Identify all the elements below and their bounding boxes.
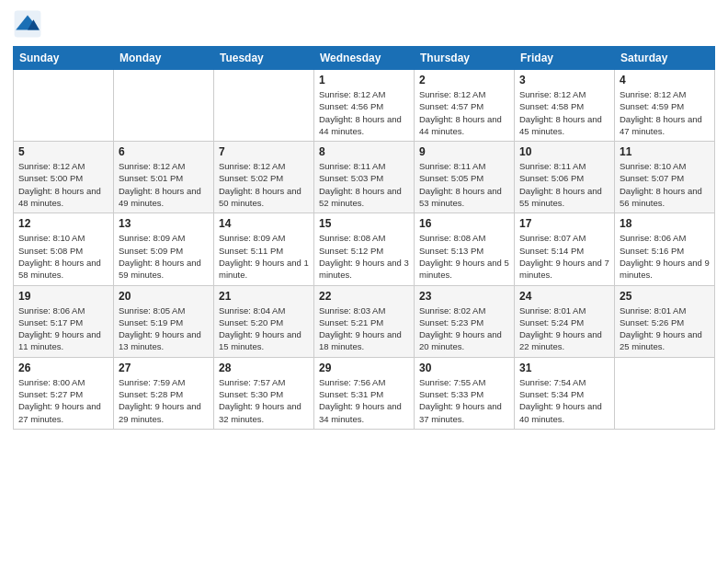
page-container: SundayMondayTuesdayWednesdayThursdayFrid… bbox=[0, 0, 728, 439]
day-number: 1 bbox=[319, 74, 409, 86]
day-info: Sunrise: 7:55 AM Sunset: 5:33 PM Dayligh… bbox=[419, 376, 509, 425]
day-info: Sunrise: 8:12 AM Sunset: 4:56 PM Dayligh… bbox=[319, 88, 409, 137]
header bbox=[13, 9, 715, 39]
day-cell: 29Sunrise: 7:56 AM Sunset: 5:31 PM Dayli… bbox=[314, 357, 415, 429]
day-number: 28 bbox=[219, 362, 309, 374]
day-info: Sunrise: 8:05 AM Sunset: 5:19 PM Dayligh… bbox=[119, 304, 209, 353]
day-info: Sunrise: 8:12 AM Sunset: 5:02 PM Dayligh… bbox=[219, 160, 309, 209]
day-number: 12 bbox=[18, 217, 108, 230]
day-cell: 2Sunrise: 8:12 AM Sunset: 4:57 PM Daylig… bbox=[415, 70, 515, 142]
day-cell: 9Sunrise: 8:11 AM Sunset: 5:05 PM Daylig… bbox=[415, 142, 515, 213]
day-info: Sunrise: 8:11 AM Sunset: 5:06 PM Dayligh… bbox=[519, 160, 609, 209]
day-cell: 16Sunrise: 8:08 AM Sunset: 5:13 PM Dayli… bbox=[415, 213, 515, 285]
weekday-header-friday: Friday bbox=[515, 47, 615, 70]
day-info: Sunrise: 8:02 AM Sunset: 5:23 PM Dayligh… bbox=[419, 304, 509, 353]
day-cell: 27Sunrise: 7:59 AM Sunset: 5:28 PM Dayli… bbox=[114, 357, 214, 429]
day-cell: 11Sunrise: 8:10 AM Sunset: 5:07 PM Dayli… bbox=[615, 142, 715, 213]
day-cell: 13Sunrise: 8:09 AM Sunset: 5:09 PM Dayli… bbox=[114, 213, 214, 285]
weekday-header-saturday: Saturday bbox=[615, 47, 715, 70]
day-number: 27 bbox=[119, 362, 209, 374]
day-number: 19 bbox=[18, 290, 108, 303]
day-number: 25 bbox=[620, 290, 710, 303]
day-info: Sunrise: 8:07 AM Sunset: 5:14 PM Dayligh… bbox=[519, 232, 609, 281]
day-info: Sunrise: 8:06 AM Sunset: 5:17 PM Dayligh… bbox=[18, 304, 108, 353]
day-number: 22 bbox=[319, 290, 409, 303]
logo bbox=[13, 9, 46, 39]
day-cell: 22Sunrise: 8:03 AM Sunset: 5:21 PM Dayli… bbox=[314, 285, 415, 357]
day-cell: 14Sunrise: 8:09 AM Sunset: 5:11 PM Dayli… bbox=[214, 213, 314, 285]
day-number: 17 bbox=[519, 217, 609, 230]
day-info: Sunrise: 8:08 AM Sunset: 5:13 PM Dayligh… bbox=[419, 232, 509, 281]
day-cell bbox=[214, 70, 314, 142]
day-number: 13 bbox=[119, 217, 209, 230]
day-info: Sunrise: 8:10 AM Sunset: 5:08 PM Dayligh… bbox=[18, 232, 108, 281]
day-info: Sunrise: 7:57 AM Sunset: 5:30 PM Dayligh… bbox=[219, 376, 309, 425]
week-row-3: 12Sunrise: 8:10 AM Sunset: 5:08 PM Dayli… bbox=[14, 213, 715, 285]
day-cell: 15Sunrise: 8:08 AM Sunset: 5:12 PM Dayli… bbox=[314, 213, 415, 285]
day-number: 5 bbox=[18, 145, 108, 158]
day-info: Sunrise: 8:08 AM Sunset: 5:12 PM Dayligh… bbox=[319, 232, 409, 281]
day-number: 29 bbox=[319, 362, 409, 374]
day-cell: 30Sunrise: 7:55 AM Sunset: 5:33 PM Dayli… bbox=[415, 357, 515, 429]
day-info: Sunrise: 8:06 AM Sunset: 5:16 PM Dayligh… bbox=[620, 232, 710, 281]
day-info: Sunrise: 8:01 AM Sunset: 5:24 PM Dayligh… bbox=[519, 304, 609, 353]
day-number: 31 bbox=[519, 362, 609, 374]
day-cell: 23Sunrise: 8:02 AM Sunset: 5:23 PM Dayli… bbox=[415, 285, 515, 357]
day-number: 3 bbox=[519, 74, 609, 86]
day-number: 6 bbox=[119, 145, 209, 158]
day-cell bbox=[615, 357, 715, 429]
day-info: Sunrise: 8:09 AM Sunset: 5:11 PM Dayligh… bbox=[219, 232, 309, 281]
weekday-header-row: SundayMondayTuesdayWednesdayThursdayFrid… bbox=[14, 47, 715, 70]
day-cell: 26Sunrise: 8:00 AM Sunset: 5:27 PM Dayli… bbox=[14, 357, 114, 429]
day-cell: 24Sunrise: 8:01 AM Sunset: 5:24 PM Dayli… bbox=[515, 285, 615, 357]
day-cell: 6Sunrise: 8:12 AM Sunset: 5:01 PM Daylig… bbox=[114, 142, 214, 213]
calendar: SundayMondayTuesdayWednesdayThursdayFrid… bbox=[13, 46, 715, 430]
day-number: 10 bbox=[519, 145, 609, 158]
day-number: 7 bbox=[219, 145, 309, 158]
day-number: 8 bbox=[319, 145, 409, 158]
week-row-2: 5Sunrise: 8:12 AM Sunset: 5:00 PM Daylig… bbox=[14, 142, 715, 213]
weekday-header-tuesday: Tuesday bbox=[214, 47, 314, 70]
week-row-1: 1Sunrise: 8:12 AM Sunset: 4:56 PM Daylig… bbox=[14, 70, 715, 142]
day-info: Sunrise: 8:12 AM Sunset: 4:58 PM Dayligh… bbox=[519, 88, 609, 137]
week-row-4: 19Sunrise: 8:06 AM Sunset: 5:17 PM Dayli… bbox=[14, 285, 715, 357]
day-cell: 31Sunrise: 7:54 AM Sunset: 5:34 PM Dayli… bbox=[515, 357, 615, 429]
day-cell: 4Sunrise: 8:12 AM Sunset: 4:59 PM Daylig… bbox=[615, 70, 715, 142]
day-cell: 28Sunrise: 7:57 AM Sunset: 5:30 PM Dayli… bbox=[214, 357, 314, 429]
day-info: Sunrise: 8:12 AM Sunset: 5:01 PM Dayligh… bbox=[119, 160, 209, 209]
weekday-header-sunday: Sunday bbox=[14, 47, 114, 70]
day-info: Sunrise: 8:01 AM Sunset: 5:26 PM Dayligh… bbox=[620, 304, 710, 353]
weekday-header-monday: Monday bbox=[114, 47, 214, 70]
day-number: 30 bbox=[419, 362, 509, 374]
day-info: Sunrise: 8:09 AM Sunset: 5:09 PM Dayligh… bbox=[119, 232, 209, 281]
day-cell bbox=[14, 70, 114, 142]
day-cell: 8Sunrise: 8:11 AM Sunset: 5:03 PM Daylig… bbox=[314, 142, 415, 213]
day-number: 21 bbox=[219, 290, 309, 303]
day-info: Sunrise: 8:12 AM Sunset: 4:59 PM Dayligh… bbox=[620, 88, 710, 137]
day-number: 20 bbox=[119, 290, 209, 303]
day-number: 26 bbox=[18, 362, 108, 374]
day-number: 9 bbox=[419, 145, 509, 158]
week-row-5: 26Sunrise: 8:00 AM Sunset: 5:27 PM Dayli… bbox=[14, 357, 715, 429]
day-info: Sunrise: 8:11 AM Sunset: 5:05 PM Dayligh… bbox=[419, 160, 509, 209]
day-cell: 1Sunrise: 8:12 AM Sunset: 4:56 PM Daylig… bbox=[314, 70, 415, 142]
day-info: Sunrise: 7:54 AM Sunset: 5:34 PM Dayligh… bbox=[519, 376, 609, 425]
day-number: 11 bbox=[620, 145, 710, 158]
day-number: 15 bbox=[319, 217, 409, 230]
day-number: 4 bbox=[620, 74, 710, 86]
day-cell: 21Sunrise: 8:04 AM Sunset: 5:20 PM Dayli… bbox=[214, 285, 314, 357]
day-number: 2 bbox=[419, 74, 509, 86]
day-info: Sunrise: 8:03 AM Sunset: 5:21 PM Dayligh… bbox=[319, 304, 409, 353]
day-info: Sunrise: 8:11 AM Sunset: 5:03 PM Dayligh… bbox=[319, 160, 409, 209]
day-cell: 19Sunrise: 8:06 AM Sunset: 5:17 PM Dayli… bbox=[14, 285, 114, 357]
day-cell: 3Sunrise: 8:12 AM Sunset: 4:58 PM Daylig… bbox=[515, 70, 615, 142]
day-number: 16 bbox=[419, 217, 509, 230]
day-number: 23 bbox=[419, 290, 509, 303]
day-info: Sunrise: 8:10 AM Sunset: 5:07 PM Dayligh… bbox=[620, 160, 710, 209]
weekday-header-wednesday: Wednesday bbox=[314, 47, 415, 70]
day-number: 24 bbox=[519, 290, 609, 303]
day-number: 18 bbox=[620, 217, 710, 230]
weekday-header-thursday: Thursday bbox=[415, 47, 515, 70]
logo-icon bbox=[13, 9, 42, 39]
day-info: Sunrise: 7:59 AM Sunset: 5:28 PM Dayligh… bbox=[119, 376, 209, 425]
